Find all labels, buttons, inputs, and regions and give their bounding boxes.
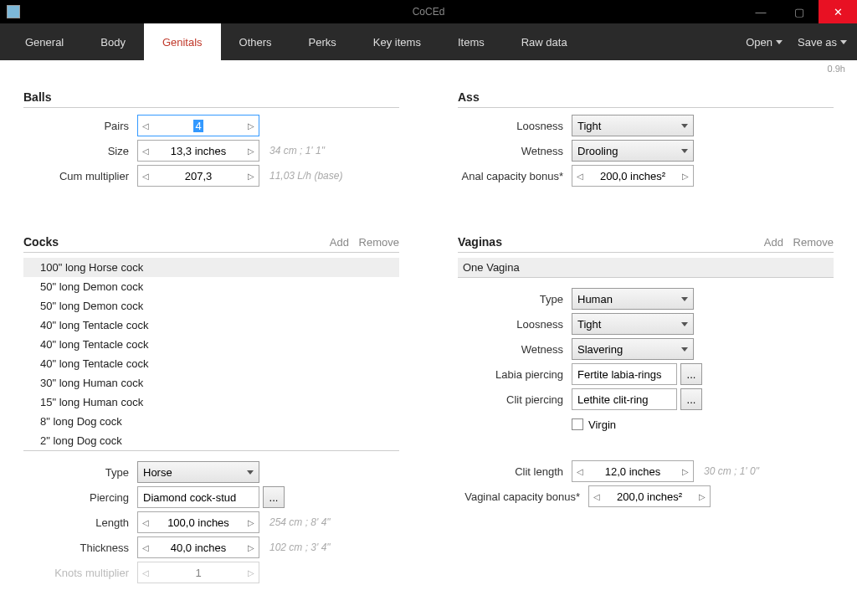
- decrease-icon[interactable]: ◁: [138, 141, 153, 161]
- ass-loos-value: Tight: [577, 120, 601, 132]
- labia-input[interactable]: Fertite labia-rings: [572, 363, 677, 385]
- tab-general[interactable]: General: [7, 23, 82, 60]
- clit-input[interactable]: Lethite clit-ring: [572, 388, 677, 410]
- increase-icon[interactable]: ▷: [678, 461, 693, 481]
- cock-thk-hint: 102 cm ; 3' 4": [269, 542, 331, 553]
- size-input[interactable]: ◁ 13,3 inches ▷: [137, 140, 259, 162]
- increase-icon[interactable]: ▷: [244, 537, 259, 557]
- knot-input: ◁ 1 ▷: [137, 562, 259, 583]
- section-ass: Ass: [458, 69, 834, 108]
- chevron-down-icon: [840, 40, 847, 44]
- decrease-icon[interactable]: ◁: [572, 461, 588, 481]
- cock-thk-input[interactable]: ◁ 40,0 inches ▷: [137, 536, 259, 558]
- decrease-icon: ◁: [138, 562, 153, 583]
- vaginas-remove[interactable]: Remove: [793, 236, 834, 249]
- chevron-down-icon: [247, 470, 254, 475]
- decrease-icon[interactable]: ◁: [138, 116, 153, 136]
- vag-cap-input[interactable]: ◁ 200,0 inches² ▷: [588, 485, 711, 507]
- decrease-icon[interactable]: ◁: [138, 512, 153, 532]
- knot-value: 1: [153, 562, 244, 583]
- titlebar: CoCEd — ▢ ✕: [0, 0, 857, 23]
- ass-cap-input[interactable]: ◁ 200,0 inches² ▷: [572, 165, 694, 187]
- chevron-down-icon: [681, 347, 688, 352]
- decrease-icon[interactable]: ◁: [572, 166, 588, 186]
- list-item[interactable]: 8" long Dog cock: [23, 412, 399, 431]
- list-item[interactable]: 40" long Tentacle cock: [23, 354, 399, 373]
- cocks-remove[interactable]: Remove: [359, 236, 399, 249]
- ass-loos-select[interactable]: Tight: [572, 115, 694, 136]
- ass-loos-label: Loosness: [458, 120, 572, 132]
- clitlen-value: 12,0 inches: [588, 461, 678, 481]
- tab-items[interactable]: Items: [439, 23, 503, 60]
- saveas-menu[interactable]: Save as: [798, 36, 847, 49]
- cock-len-value: 100,0 inches: [153, 512, 244, 532]
- list-item[interactable]: 40" long Tentacle cock: [23, 335, 399, 354]
- cocks-add[interactable]: Add: [330, 236, 349, 249]
- vag-type-label: Type: [458, 293, 572, 305]
- cum-value: 207,3: [153, 166, 244, 186]
- minimize-button[interactable]: —: [742, 0, 780, 23]
- vag-loos-value: Tight: [577, 318, 601, 331]
- pairs-input[interactable]: ◁ 4 ▷: [137, 115, 259, 136]
- cock-pierce-more[interactable]: ...: [263, 486, 285, 508]
- cock-type-select[interactable]: Horse: [137, 461, 259, 483]
- cum-input[interactable]: ◁ 207,3 ▷: [137, 165, 259, 187]
- list-item[interactable]: 30" long Human cock: [23, 373, 399, 393]
- size-hint: 34 cm ; 1' 1": [269, 145, 325, 157]
- open-menu[interactable]: Open: [746, 36, 783, 49]
- clit-label: Clit piercing: [458, 393, 572, 406]
- virgin-label: Virgin: [588, 418, 616, 431]
- tab-body[interactable]: Body: [82, 23, 144, 60]
- labia-label: Labia piercing: [458, 368, 572, 381]
- cock-len-input[interactable]: ◁ 100,0 inches ▷: [137, 511, 259, 533]
- decrease-icon[interactable]: ◁: [138, 166, 153, 186]
- labia-more[interactable]: ...: [680, 363, 702, 385]
- cock-thk-value: 40,0 inches: [153, 537, 244, 557]
- increase-icon[interactable]: ▷: [244, 512, 259, 532]
- list-item[interactable]: 40" long Tentacle cock: [23, 316, 399, 335]
- knot-label: Knots multiplier: [23, 567, 137, 579]
- list-item[interactable]: 50" long Demon cock: [23, 277, 399, 296]
- clitlen-input[interactable]: ◁ 12,0 inches ▷: [572, 460, 694, 482]
- cock-pierce-input[interactable]: Diamond cock-stud: [137, 486, 259, 508]
- vaginas-add[interactable]: Add: [764, 236, 783, 249]
- app-icon: [7, 5, 20, 18]
- ass-wet-value: Drooling: [577, 145, 618, 157]
- tab-keyitems[interactable]: Key items: [355, 23, 439, 60]
- maximize-button[interactable]: ▢: [780, 0, 819, 23]
- ass-wet-select[interactable]: Drooling: [572, 140, 694, 162]
- list-item[interactable]: 100" long Horse cock: [23, 258, 399, 277]
- vag-cap-label: Vaginal capacity bonus*: [458, 490, 588, 503]
- virgin-checkbox[interactable]: [572, 418, 583, 430]
- pairs-label: Pairs: [23, 120, 137, 132]
- menubar: General Body Genitals Others Perks Key i…: [0, 23, 857, 60]
- increase-icon[interactable]: ▷: [244, 166, 259, 186]
- list-item[interactable]: 50" long Demon cock: [23, 296, 399, 316]
- clitlen-hint: 30 cm ; 1' 0": [704, 465, 759, 477]
- tab-perks[interactable]: Perks: [290, 23, 355, 60]
- list-item[interactable]: 2" long Dog cock: [23, 431, 399, 450]
- increase-icon[interactable]: ▷: [695, 486, 710, 506]
- size-label: Size: [23, 145, 137, 157]
- increase-icon[interactable]: ▷: [678, 166, 693, 186]
- decrease-icon[interactable]: ◁: [589, 486, 604, 506]
- clit-more[interactable]: ...: [680, 388, 702, 410]
- cocks-list: 100" long Horse cock 50" long Demon cock…: [23, 258, 399, 451]
- decrease-icon[interactable]: ◁: [138, 537, 153, 557]
- open-label: Open: [746, 36, 772, 49]
- tab-others[interactable]: Others: [221, 23, 290, 60]
- cum-hint: 11,03 L/h (base): [269, 170, 342, 182]
- list-item[interactable]: 15" long Human cock: [23, 393, 399, 412]
- vag-wet-select[interactable]: Slavering: [572, 338, 694, 360]
- vag-type-select[interactable]: Human: [572, 288, 694, 310]
- chevron-down-icon: [681, 149, 688, 153]
- ass-cap-value: 200,0 inches²: [588, 166, 678, 186]
- vag-wet-label: Wetness: [458, 343, 572, 356]
- tab-rawdata[interactable]: Raw data: [503, 23, 586, 60]
- increase-icon[interactable]: ▷: [244, 116, 259, 136]
- increase-icon[interactable]: ▷: [244, 141, 259, 161]
- close-button[interactable]: ✕: [819, 0, 857, 23]
- list-item[interactable]: One Vagina: [458, 258, 834, 277]
- tab-genitals[interactable]: Genitals: [144, 23, 221, 60]
- vag-loos-select[interactable]: Tight: [572, 313, 694, 335]
